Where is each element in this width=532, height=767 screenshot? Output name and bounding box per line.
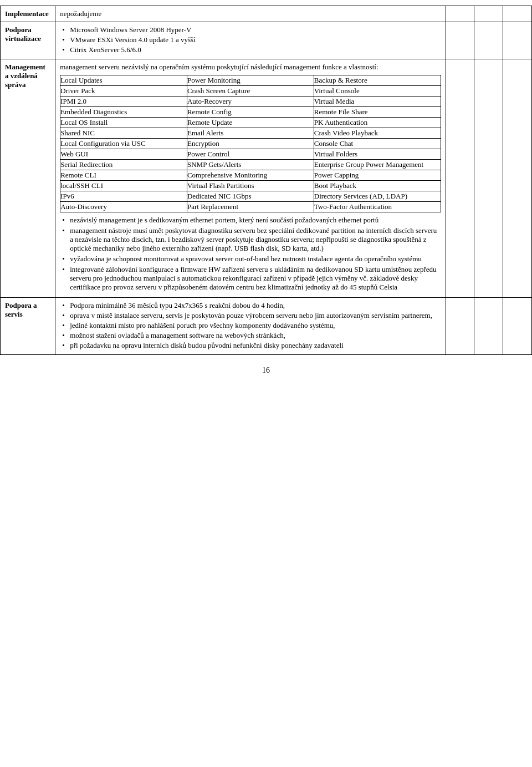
feature-cell: Remote Update [187, 118, 314, 128]
feature-cell: local/SSH CLI [60, 181, 187, 191]
feature-cell: Console Chat [314, 139, 441, 149]
page: Implementace nepožadujeme Podpora virtua… [0, 0, 532, 767]
list-item: Podpora minimálně 36 měsíců typu 24x7x36… [60, 301, 441, 310]
feature-row: Serial Redirection SNMP Gets/Alerts Ente… [60, 160, 441, 170]
feature-cell: Virtual Media [314, 96, 441, 107]
check2-implementace [474, 6, 503, 22]
check3-virtualizace [503, 22, 532, 59]
feature-cell: Enterprise Group Power Management [314, 160, 441, 170]
list-item: integrované zálohování konfigurace a fir… [60, 265, 441, 292]
check2-servis [474, 298, 503, 355]
check2-virtualizace [474, 22, 503, 59]
feature-cell: Remote Config [187, 107, 314, 118]
feature-row: IPMI 2.0 Auto-Recovery Virtual Media [60, 96, 441, 107]
feature-cell: Embedded Diagnostics [60, 107, 187, 118]
virtualizace-list: Microsoft Windows Server 2008 Hyper-V VM… [60, 26, 441, 54]
feature-row: Driver Pack Crash Screen Capture Virtual… [60, 86, 441, 96]
feature-row: Local OS Install Remote Update PK Authen… [60, 118, 441, 128]
check3-servis [503, 298, 532, 355]
feature-cell: Crash Screen Capture [187, 86, 314, 96]
page-number: 16 [0, 366, 532, 375]
list-item: management nástroje musí umět poskytovat… [60, 226, 441, 253]
list-item: VMware ESXi Version 4.0 update 1 a vyšší [60, 35, 441, 44]
feature-row: Remote CLI Comprehensive Monitoring Powe… [60, 170, 441, 181]
feature-cell: Boot Playback [314, 181, 441, 191]
check1-management [446, 59, 474, 298]
feature-cell: Remote File Share [314, 107, 441, 118]
feature-cell: Directory Services (AD, LDAP) [314, 191, 441, 202]
check2-management [474, 59, 503, 298]
feature-row: Auto-Discovery Part Replacement Two-Fact… [60, 202, 441, 212]
feature-row: Local Configuration via USC Encryption C… [60, 139, 441, 149]
feature-cell: Shared NIC [60, 128, 187, 139]
list-item: vyžadována je schopnost monitorovat a sp… [60, 255, 441, 263]
table-row-virtualizace: Podpora virtualizace Microsoft Windows S… [1, 22, 532, 59]
feature-cell: Email Alerts [187, 128, 314, 139]
feature-cell: Dedicated NIC 1Gbps [187, 191, 314, 202]
feature-row: local/SSH CLI Virtual Flash Partitions B… [60, 181, 441, 191]
implementace-label: Implementace [1, 6, 55, 22]
feature-cell: Web GUI [60, 149, 187, 160]
feature-cell: IPMI 2.0 [60, 96, 187, 107]
feature-cell: Remote CLI [60, 170, 187, 181]
list-item: při požadavku na opravu interních disků … [60, 341, 441, 350]
feature-cell: Encryption [187, 139, 314, 149]
feature-cell: Power Monitoring [187, 75, 314, 86]
list-item: oprava v místě instalace serveru, servis… [60, 311, 441, 320]
feature-row: Embedded Diagnostics Remote Config Remot… [60, 107, 441, 118]
feature-cell: IPv6 [60, 191, 187, 202]
feature-cell: Auto-Discovery [60, 202, 187, 212]
virtualizace-label: Podpora virtualizace [1, 22, 55, 59]
feature-cell: Auto-Recovery [187, 96, 314, 107]
feature-row: Web GUI Power Control Virtual Folders [60, 149, 441, 160]
feature-cell: Virtual Flash Partitions [187, 181, 314, 191]
feature-cell: Virtual Folders [314, 149, 441, 160]
feature-cell: PK Authentication [314, 118, 441, 128]
servis-content: Podpora minimálně 36 měsíců typu 24x7x36… [55, 298, 446, 355]
feature-cell: Serial Redirection [60, 160, 187, 170]
list-item: Microsoft Windows Server 2008 Hyper-V [60, 26, 441, 34]
feature-cell: Local Updates [60, 75, 187, 86]
feature-row: Local Updates Power Monitoring Backup & … [60, 75, 441, 86]
feature-cell: Local Configuration via USC [60, 139, 187, 149]
feature-cell: Power Capping [314, 170, 441, 181]
table-row-implementace: Implementace nepožadujeme [1, 6, 532, 22]
feature-row: Shared NIC Email Alerts Crash Video Play… [60, 128, 441, 139]
features-table: Local Updates Power Monitoring Backup & … [60, 75, 441, 212]
table-row-servis: Podpora a servis Podpora minimálně 36 mě… [1, 298, 532, 355]
check3-management [503, 59, 532, 298]
management-label: Management a vzdálená správa [1, 59, 55, 298]
feature-cell: Part Replacement [187, 202, 314, 212]
feature-cell: Driver Pack [60, 86, 187, 96]
feature-cell: Power Control [187, 149, 314, 160]
feature-cell: Virtual Console [314, 86, 441, 96]
feature-cell: Backup & Restore [314, 75, 441, 86]
servis-label: Podpora a servis [1, 298, 55, 355]
check3-implementace [503, 6, 532, 22]
check1-implementace [446, 6, 474, 22]
feature-cell: Two-Factor Authentication [314, 202, 441, 212]
management-extra-list: nezávislý management je s dedikovaným et… [60, 216, 441, 292]
table-row-management: Management a vzdálená správa management … [1, 59, 532, 298]
main-table: Implementace nepožadujeme Podpora virtua… [0, 6, 532, 355]
management-intro: management serveru nezávislý na operační… [60, 63, 441, 72]
check1-virtualizace [446, 22, 474, 59]
list-item: Citrix XenServer 5.6/6.0 [60, 45, 441, 54]
check1-servis [446, 298, 474, 355]
feature-cell: Comprehensive Monitoring [187, 170, 314, 181]
implementace-content: nepožadujeme [55, 6, 446, 22]
list-item: jediné kontaktní místo pro nahlášení por… [60, 321, 441, 330]
virtualizace-content: Microsoft Windows Server 2008 Hyper-V VM… [55, 22, 446, 59]
feature-row: IPv6 Dedicated NIC 1Gbps Directory Servi… [60, 191, 441, 202]
management-content: management serveru nezávislý na operační… [55, 59, 446, 298]
list-item: nezávislý management je s dedikovaným et… [60, 216, 441, 225]
list-item: možnost stažení ovladačů a management so… [60, 331, 441, 340]
feature-cell: SNMP Gets/Alerts [187, 160, 314, 170]
feature-cell: Crash Video Playback [314, 128, 441, 139]
servis-list: Podpora minimálně 36 měsíců typu 24x7x36… [60, 301, 441, 350]
feature-cell: Local OS Install [60, 118, 187, 128]
